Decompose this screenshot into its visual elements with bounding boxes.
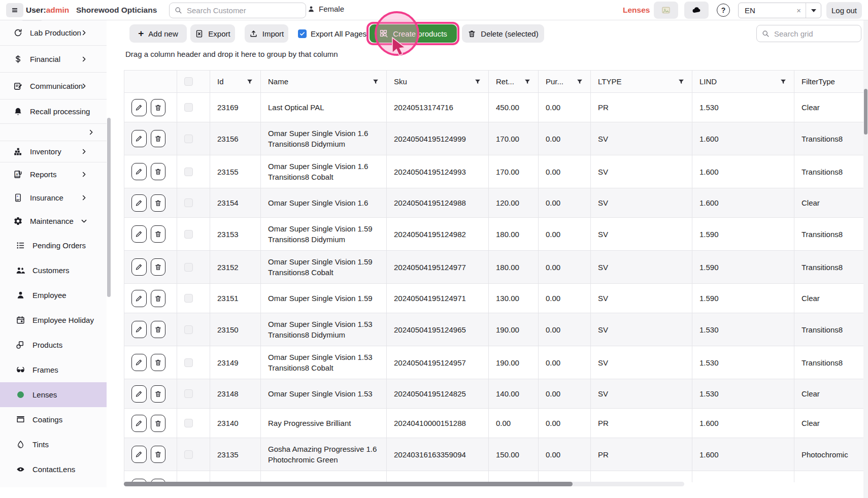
column-header-sku[interactable]: Sku [387,71,489,92]
row-checkbox[interactable] [184,450,193,459]
sidebar-item-contactlens[interactable]: ContactLens [0,457,107,482]
sidebar-scrollbar[interactable] [107,20,111,485]
row-checkbox[interactable] [184,230,193,239]
export-button[interactable]: Export [190,24,235,43]
delete-selected-button[interactable]: Delete (selected) [462,24,544,43]
language-dropdown-button[interactable] [806,3,821,18]
delete-row-button[interactable] [151,290,166,307]
sidebar-item-recall-processing-chevron[interactable] [0,123,107,141]
filter-funnel-icon[interactable] [474,78,481,85]
add-new-button[interactable]: + Add new [129,24,187,43]
cell-sku: 20240504195124999 [387,122,489,155]
row-checkbox[interactable] [184,135,193,143]
import-button[interactable]: Import [245,24,288,43]
sidebar-item-employee-holiday[interactable]: Employee Holiday [0,308,107,333]
filter-funnel-icon[interactable] [246,78,253,85]
horizontal-scrollbar-thumb[interactable] [124,482,573,486]
column-header-id[interactable]: Id [210,71,261,92]
row-checkbox[interactable] [184,103,193,112]
edit-row-button[interactable] [131,321,147,338]
sidebar-item-lenses[interactable]: Lenses [0,382,107,407]
sidebar-item-communication[interactable]: Communication [0,72,107,99]
language-combobox[interactable]: EN × [738,3,821,18]
filter-funnel-icon[interactable] [678,78,685,85]
sidebar-item-lab-production[interactable]: Lab Production [0,20,107,45]
cloud-button[interactable] [684,2,709,19]
select-all-checkbox[interactable] [184,77,193,86]
filter-funnel-icon[interactable] [372,78,379,85]
filter-funnel-icon[interactable] [576,78,583,85]
delete-row-button[interactable] [151,130,166,147]
delete-row-button[interactable] [151,385,166,403]
column-header-name[interactable]: Name [261,71,387,92]
edit-row-button[interactable] [131,163,147,180]
edit-row-button[interactable] [131,99,147,116]
edit-row-button[interactable] [131,385,147,403]
export-all-pages-checkbox[interactable]: Export All Pages [298,24,366,43]
hamburger-menu-button[interactable] [6,3,23,17]
row-checkbox[interactable] [184,198,193,207]
sidebar-item-financial[interactable]: Financial [0,45,107,72]
delete-row-button[interactable] [151,354,166,371]
column-header-pur[interactable]: Pur... [539,71,591,92]
sidebar-item-employee[interactable]: Employee [0,283,107,308]
sidebar-item-inventory[interactable]: Inventory [0,141,107,162]
delete-row-button[interactable] [151,163,166,180]
help-button[interactable]: ? [717,4,730,17]
checkbox-checked[interactable] [298,29,307,38]
delete-row-button[interactable] [151,258,166,276]
delete-row-button[interactable] [151,415,166,432]
sidebar-item-tints[interactable]: Tints [0,432,107,457]
delete-row-button[interactable] [151,194,166,212]
edit-row-button[interactable] [131,446,147,463]
sidebar-item-maintenance[interactable]: Maintenance [0,209,107,233]
vertical-scrollbar[interactable] [863,20,868,498]
filter-funnel-icon[interactable] [524,78,531,85]
row-checkbox[interactable] [184,294,193,303]
column-header-ltype[interactable]: LTYPE [591,71,692,92]
delete-row-button[interactable] [151,446,166,463]
row-checkbox[interactable] [184,419,193,427]
language-clear-icon[interactable]: × [792,6,806,15]
grid-search-input[interactable]: Search grid [756,25,861,42]
row-checkbox[interactable] [184,168,193,176]
customer-search-input[interactable]: Search Customer [169,3,306,18]
sidebar-item-customers[interactable]: Customers [0,258,107,283]
delete-row-button[interactable] [151,321,166,338]
delete-row-button[interactable] [151,225,166,243]
vertical-scrollbar-thumb[interactable] [864,89,867,135]
app-screen: User:admin Shorewood Opticians Search Cu… [0,0,868,498]
row-checkbox[interactable] [184,263,193,272]
trash-icon [154,390,162,398]
edit-row-button[interactable] [131,258,147,276]
delete-row-button[interactable] [151,99,166,116]
edit-row-button[interactable] [131,290,147,307]
row-checkbox[interactable] [184,389,193,398]
sidebar-item-recall-processing[interactable]: Recall processing [0,99,107,123]
gender-indicator[interactable]: Female [307,5,344,13]
column-header-ret[interactable]: Ret... [489,71,539,92]
sidebar-item-insurance[interactable]: *Insurance [0,186,107,209]
edit-row-button[interactable] [131,415,147,432]
sidebar-item-label: Customers [32,266,70,275]
column-header-filtertype[interactable]: FilterType [794,71,864,92]
sidebar-item-reports[interactable]: AReports [0,162,107,186]
edit-row-button[interactable] [131,194,147,212]
row-checkbox[interactable] [184,358,193,367]
column-header-lind[interactable]: LIND [692,71,794,92]
edit-row-button[interactable] [131,130,147,147]
horizontal-scrollbar[interactable] [124,482,684,486]
row-checkbox[interactable] [184,325,193,334]
sidebar-item-coatings[interactable]: Coatings [0,407,107,432]
sidebar-item-products[interactable]: Products [0,333,107,357]
sidebar-item-frames[interactable]: Frames [0,357,107,382]
logout-button[interactable]: Log out [826,2,862,19]
cell-sku: 20240504195124965 [387,313,489,346]
create-products-button[interactable]: Create products [370,24,457,43]
edit-row-button[interactable] [131,225,147,243]
edit-row-button[interactable] [131,354,147,371]
sidebar-item-pending-orders[interactable]: Pending Orders [0,233,107,258]
sidebar-scrollbar-thumb[interactable] [107,118,111,297]
photo-button[interactable] [654,2,678,19]
filter-funnel-icon[interactable] [780,78,787,85]
